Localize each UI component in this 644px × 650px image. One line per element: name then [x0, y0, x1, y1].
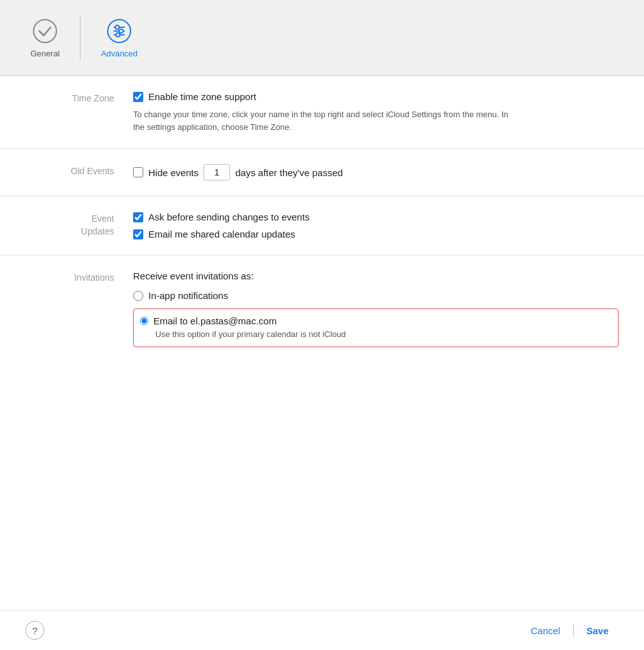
invitations-option2-inner: Email to el.pastas@mac.com: [140, 315, 609, 326]
time-zone-checkbox-row: Enable time zone support: [133, 91, 619, 102]
event-updates-option1-label: Ask before sending changes to events: [148, 212, 309, 222]
svg-point-6: [119, 29, 123, 33]
old-events-hide-label: Hide events: [148, 167, 198, 178]
tab-general[interactable]: General: [15, 11, 75, 65]
old-events-content: Hide events days after they've passed: [133, 164, 619, 181]
invitations-label: Invitations: [38, 271, 114, 284]
event-updates-option2-row: Email me shared calendar updates: [133, 229, 619, 239]
save-button[interactable]: Save: [576, 621, 619, 640]
time-zone-checkbox-label: Enable time zone support: [148, 91, 256, 102]
old-events-checkbox[interactable]: [133, 167, 143, 177]
time-zone-content: Enable time zone support To change your …: [133, 91, 619, 133]
old-events-options-row: Hide events days after they've passed: [133, 164, 619, 181]
event-updates-option2-checkbox[interactable]: [133, 229, 143, 239]
advanced-tab-label: Advanced: [101, 49, 138, 58]
tab-advanced[interactable]: Advanced: [86, 11, 153, 65]
old-events-days-input[interactable]: [203, 164, 230, 181]
cancel-button[interactable]: Cancel: [520, 621, 570, 640]
invitations-option2-box: Email to el.pastas@mac.com Use this opti…: [133, 309, 619, 347]
svg-point-5: [115, 25, 119, 29]
old-events-row: Old Events Hide events days after they'v…: [0, 149, 644, 196]
invitations-option1-row: In-app notifications: [133, 290, 619, 301]
time-zone-description: To change your time zone, click your nam…: [133, 108, 513, 133]
invitations-option1-label: In-app notifications: [148, 290, 228, 301]
event-updates-content: Ask before sending changes to events Ema…: [133, 212, 619, 239]
invitations-option2-desc: Use this option if your primary calendar…: [140, 329, 609, 340]
time-zone-row: Time Zone Enable time zone support To ch…: [0, 76, 644, 149]
svg-point-7: [116, 33, 120, 37]
time-zone-label: Time Zone: [38, 91, 114, 105]
settings-content: Time Zone Enable time zone support To ch…: [0, 76, 644, 610]
svg-point-0: [34, 20, 56, 42]
old-events-label: Old Events: [38, 164, 114, 178]
event-updates-label: Event Updates: [38, 212, 114, 238]
advanced-icon: [105, 17, 133, 45]
footer: ? Cancel Save: [0, 610, 644, 650]
invitations-option1-radio[interactable]: [133, 291, 143, 301]
event-updates-option1-row: Ask before sending changes to events: [133, 212, 619, 222]
footer-divider: [573, 624, 574, 637]
general-tab-label: General: [30, 49, 60, 58]
general-icon: [31, 17, 59, 45]
event-updates-option2-label: Email me shared calendar updates: [148, 229, 295, 239]
event-updates-option1-checkbox[interactable]: [133, 212, 143, 222]
invitations-option2-radio[interactable]: [140, 317, 148, 325]
help-button[interactable]: ?: [25, 621, 44, 640]
toolbar: General Advanced: [0, 0, 644, 76]
invitations-radio-group: In-app notifications Email to el.pastas@…: [133, 290, 619, 347]
invitations-title: Receive event invitations as:: [133, 271, 619, 281]
old-events-suffix: days after they've passed: [235, 167, 343, 178]
invitations-option2-label: Email to el.pastas@mac.com: [153, 315, 276, 326]
event-updates-row: Event Updates Ask before sending changes…: [0, 196, 644, 255]
time-zone-checkbox[interactable]: [133, 92, 143, 102]
help-icon: ?: [32, 625, 37, 636]
tab-divider: [80, 16, 80, 60]
invitations-content: Receive event invitations as: In-app not…: [133, 271, 619, 347]
footer-actions: Cancel Save: [520, 621, 619, 640]
invitations-row: Invitations Receive event invitations as…: [0, 255, 644, 362]
